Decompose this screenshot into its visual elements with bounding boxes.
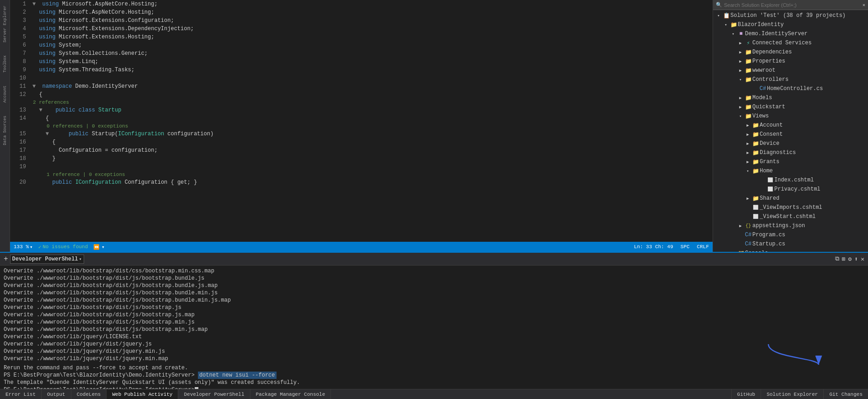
tree-item-demo-identityserver[interactable]: ▾ ■ Demo.IdentityServer bbox=[713, 29, 868, 38]
terminal-plus-icon[interactable]: + bbox=[4, 255, 8, 263]
tree-item-models[interactable]: ▶ 📁 Models bbox=[713, 93, 868, 102]
status-bar: 133 % ▾ ✓ No issues found ⏪ ▾ Ln: 33 Ch:… bbox=[10, 242, 713, 252]
term-success-msg: The template "Duende IdentityServer Quic… bbox=[4, 379, 864, 386]
status-controls[interactable]: ⏪ ▾ bbox=[93, 244, 105, 250]
tree-item-shared[interactable]: ▶ 📁 Shared bbox=[713, 194, 868, 203]
copy-icon[interactable]: ⧉ bbox=[835, 255, 839, 262]
tree-item-properties[interactable]: ▶ 📁 Properties bbox=[713, 57, 868, 66]
sidebar-toolbox[interactable]: Toolbox bbox=[2, 53, 8, 74]
term-command-highlight: dotnet new isui --force bbox=[198, 372, 277, 379]
tree-arrow: ▾ bbox=[730, 32, 737, 37]
tree-label: BlazorIdentity bbox=[738, 21, 784, 28]
code-line-4: 4 using Microsoft.Extensions.DependencyI… bbox=[10, 25, 713, 33]
tree-item-quickstart[interactable]: ▶ 📁 Quickstart bbox=[713, 102, 868, 112]
tree-arrow bbox=[759, 187, 766, 192]
tree-label: Program.cs bbox=[752, 232, 785, 238]
tree-item-dependencies[interactable]: ▶ 📁 Dependencies bbox=[713, 48, 868, 57]
tree-label: Controllers bbox=[752, 76, 788, 83]
code-references-1[interactable]: 1 reference | 0 exceptions bbox=[10, 171, 713, 178]
settings-icon[interactable]: ⚙ bbox=[848, 255, 852, 263]
terminal-content[interactable]: Overwrite ./wwwroot/lib/bootstrap/dist/c… bbox=[0, 266, 868, 389]
maximize-icon[interactable]: ⬆ bbox=[854, 255, 858, 263]
tree-label: Shared bbox=[760, 195, 779, 202]
code-line-13: 13 ▼ public class Startup bbox=[10, 106, 713, 114]
sidebar-server-explorer[interactable]: Server Explorer bbox=[2, 4, 8, 44]
tree-arrow: ▶ bbox=[737, 41, 744, 46]
tree-arrow bbox=[737, 233, 744, 237]
tree-item-views[interactable]: ▾ 📁 Views bbox=[713, 112, 868, 121]
close-icon[interactable]: ✕ bbox=[863, 2, 865, 8]
code-line-5: 5 using Microsoft.Extensions.Hosting; bbox=[10, 33, 713, 41]
code-line-17: 17 Configuration = configuration; bbox=[10, 146, 713, 154]
tree-item-appsettings[interactable]: ▶ {} appsettings.json bbox=[713, 221, 868, 230]
term-line: Overwrite ./wwwroot/lib/bootstrap/dist/j… bbox=[4, 304, 864, 311]
term-line: Overwrite ./wwwroot/lib/bootstrap/dist/j… bbox=[4, 326, 864, 333]
tab-output[interactable]: Output bbox=[42, 389, 71, 399]
code-line-10: 10 bbox=[10, 74, 713, 82]
search-input[interactable] bbox=[724, 2, 861, 8]
tab-solution-explorer[interactable]: Solution Explorer bbox=[761, 389, 824, 399]
tree-item-account[interactable]: ▶ 📁 Account bbox=[713, 121, 868, 130]
tree-item-solution[interactable]: ▾ 📋 Solution 'Test' (38 of 39 projects) bbox=[713, 11, 868, 20]
tree-arrow bbox=[759, 178, 766, 182]
tab-error-list[interactable]: Error List bbox=[0, 389, 42, 399]
tree-arrow bbox=[744, 214, 751, 219]
tree-arrow bbox=[751, 86, 759, 91]
term-line: Overwrite ./wwwroot/lib/jquery/dist/jque… bbox=[4, 348, 864, 355]
split-icon[interactable]: ⊞ bbox=[842, 255, 846, 263]
folder-icon: 📁 bbox=[751, 167, 760, 175]
tab-package-manager[interactable]: Package Manager Console bbox=[250, 389, 331, 399]
zoom-level[interactable]: 133 % ▾ bbox=[14, 244, 33, 250]
solution-icon: 📋 bbox=[722, 12, 730, 19]
code-line-19: 19 bbox=[10, 163, 713, 171]
tree-label: Dependencies bbox=[752, 49, 792, 55]
code-line-16: 16 { bbox=[10, 138, 713, 146]
tree-arrow: ▶ bbox=[737, 105, 744, 110]
tree-arrow: ▶ bbox=[744, 150, 751, 155]
tree-item-viewstart[interactable]: ⬜ _ViewStart.cshtml bbox=[713, 212, 868, 221]
tree-item-connected-services[interactable]: ▶ ⚡ Connected Services bbox=[713, 38, 868, 48]
tree-item-program[interactable]: C# Program.cs bbox=[713, 230, 868, 239]
sidebar-data-sources[interactable]: Data Sources bbox=[2, 114, 8, 147]
tree-item-wwwroot[interactable]: ▶ 📁 wwwroot bbox=[713, 66, 868, 75]
tree-label: Account bbox=[760, 122, 783, 128]
terminal-dropdown[interactable]: Developer PowerShell ▾ bbox=[10, 255, 84, 264]
term-line: Overwrite ./wwwroot/lib/bootstrap/dist/j… bbox=[4, 311, 864, 319]
cs-file-icon: C# bbox=[744, 240, 752, 248]
tab-git-changes[interactable]: Git Changes bbox=[824, 389, 868, 399]
cs-file-icon: C# bbox=[744, 231, 752, 239]
tree-label: Home bbox=[760, 168, 773, 174]
tree-arrow: ▾ bbox=[737, 77, 744, 82]
tree-label: Index.cshtml bbox=[774, 177, 814, 183]
tree-item-viewimports[interactable]: ⬜ _ViewImports.cshtml bbox=[713, 203, 868, 212]
tree-item-console[interactable]: ▶ 📁 Console bbox=[713, 249, 868, 252]
tab-web-publish-activity[interactable]: Web Publish Activity bbox=[107, 389, 178, 399]
terminal-panel: + Developer PowerShell ▾ ⧉ ⊞ ⚙ ⬆ ✕ Overw… bbox=[0, 252, 868, 389]
code-line-7: 7 using System.Collections.Generic; bbox=[10, 49, 713, 58]
code-references-0[interactable]: 0 references | 0 exceptions bbox=[10, 122, 713, 130]
tab-github[interactable]: GitHub bbox=[732, 389, 761, 399]
tree-item-controllers[interactable]: ▾ 📁 Controllers bbox=[713, 75, 868, 84]
tree-item-index-cshtml[interactable]: ⬜ Index.cshtml bbox=[713, 176, 868, 185]
term-rerun-msg: Rerun the command and pass --force to ac… bbox=[4, 364, 864, 372]
tree-item-consent[interactable]: ▶ 📁 Consent bbox=[713, 130, 868, 139]
tree-item-privacy-cshtml[interactable]: ⬜ Privacy.cshtml bbox=[713, 185, 868, 194]
tree-item-diagnostics[interactable]: ▶ 📁 Diagnostics bbox=[713, 148, 868, 157]
tree-label: wwwroot bbox=[752, 67, 775, 74]
tree-arrow: ▶ bbox=[737, 96, 744, 101]
tree-item-blazoridentity[interactable]: ▾ 📁 BlazorIdentity bbox=[713, 20, 868, 29]
project-icon: ■ bbox=[737, 30, 745, 37]
tab-codelens[interactable]: CodeLens bbox=[71, 389, 107, 399]
code-references-2[interactable]: 2 references bbox=[10, 99, 713, 106]
tab-developer-powershell[interactable]: Developer PowerShell bbox=[178, 389, 250, 399]
tree-item-home[interactable]: ▾ 📁 Home bbox=[713, 166, 868, 176]
tree-item-grants[interactable]: ▶ 📁 Grants bbox=[713, 157, 868, 166]
folder-icon: 📁 bbox=[744, 94, 752, 101]
tree-item-homecontroller[interactable]: C# HomeController.cs bbox=[713, 84, 868, 93]
tree-item-device[interactable]: ▶ 📁 Device bbox=[713, 139, 868, 148]
sidebar-account[interactable]: Account bbox=[2, 84, 8, 105]
tree-item-startup[interactable]: C# Startup.cs bbox=[713, 239, 868, 249]
folder-icon: 📁 bbox=[751, 131, 760, 138]
code-line-15: 15 ▼ public Startup(IConfiguration confi… bbox=[10, 130, 713, 138]
close-terminal-icon[interactable]: ✕ bbox=[861, 255, 864, 263]
